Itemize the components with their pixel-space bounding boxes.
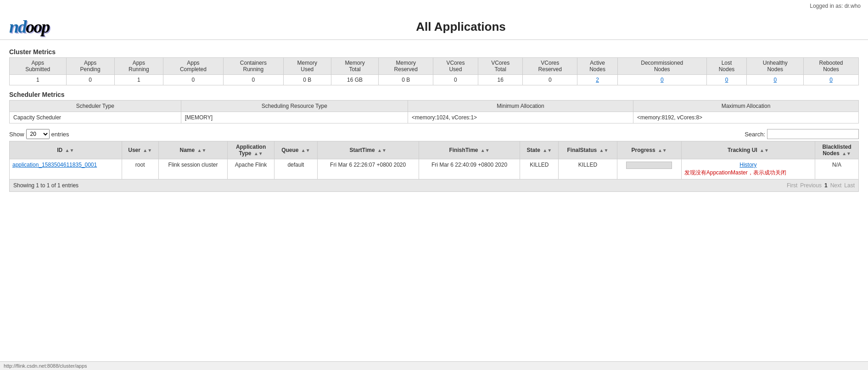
queue-sort-icon: ▲▼ — [301, 148, 310, 153]
starttime-sort-icon: ▲▼ — [377, 148, 386, 153]
app-col-starttime[interactable]: StartTime ▲▼ — [317, 141, 419, 159]
entries-select[interactable]: 10 20 25 50 100 — [26, 129, 50, 139]
finalstatus-sort-icon: ▲▼ — [599, 148, 608, 153]
finishtime-sort-icon: ▲▼ — [481, 148, 490, 153]
col-apps-pending: AppsPending — [66, 58, 114, 75]
scheduler-metrics-title: Scheduler Metrics — [9, 91, 859, 98]
next-button[interactable]: Next — [830, 182, 842, 189]
col-apps-submitted: AppsSubmitted — [10, 58, 67, 75]
app-queue: default — [274, 159, 318, 179]
app-progress — [617, 159, 681, 179]
val-vcores-used: 0 — [433, 75, 478, 85]
app-col-type[interactable]: ApplicationType ▲▼ — [227, 141, 274, 159]
app-col-progress[interactable]: Progress ▲▼ — [617, 141, 681, 159]
app-col-id[interactable]: ID ▲▼ — [10, 141, 122, 159]
search-box: Search: — [745, 129, 859, 139]
type-sort-icon: ▲▼ — [254, 151, 263, 156]
col-apps-running: AppsRunning — [114, 58, 163, 75]
hadoop-logo: ndoop — [9, 17, 49, 37]
pagination-controls: First Previous 1 Next Last — [787, 182, 855, 189]
col-vcores-total: VCoresTotal — [478, 58, 523, 75]
table-row: application_1583504611835_0001 root Flin… — [10, 159, 859, 179]
table-controls: Show 10 20 25 50 100 entries Search: — [9, 129, 859, 139]
app-col-finishtime[interactable]: FinishTime ▲▼ — [419, 141, 520, 159]
col-memory-reserved: MemoryReserved — [379, 58, 433, 75]
app-col-name[interactable]: Name ▲▼ — [158, 141, 227, 159]
cluster-metrics-title: Cluster Metrics — [9, 48, 859, 56]
col-vcores-reserved: VCoresReserved — [523, 58, 577, 75]
app-col-blacklisted[interactable]: BlacklistedNodes ▲▼ — [815, 141, 859, 159]
val-vcores-total: 16 — [478, 75, 523, 85]
val-unhealthy-nodes[interactable]: 0 — [747, 75, 804, 85]
state-sort-icon: ▲▼ — [543, 148, 552, 153]
progress-sort-icon: ▲▼ — [658, 148, 667, 153]
app-state: KILLED — [520, 159, 559, 179]
page-number: 1 — [824, 182, 828, 189]
header: ndoop All Applications — [0, 12, 868, 40]
app-starttime: Fri Mar 6 22:26:07 +0800 2020 — [317, 159, 419, 179]
tracking-link[interactable]: History — [739, 162, 756, 168]
app-id-link[interactable]: application_1583504611835_0001 — [12, 162, 97, 168]
col-unhealthy-nodes: UnhealthyNodes — [747, 58, 804, 75]
val-vcores-reserved: 0 — [523, 75, 577, 85]
col-memory-total: MemoryTotal — [331, 58, 379, 75]
app-col-queue[interactable]: Queue ▲▼ — [274, 141, 318, 159]
sched-val-type: Capacity Scheduler — [10, 112, 181, 123]
val-apps-completed: 0 — [163, 75, 224, 85]
val-lost-nodes[interactable]: 0 — [706, 75, 747, 85]
val-memory-used: 0 B — [283, 75, 331, 85]
previous-button[interactable]: Previous — [800, 182, 822, 189]
search-input[interactable] — [767, 129, 859, 139]
progress-bar-container — [626, 162, 672, 169]
sched-val-resource-type: [MEMORY] — [181, 112, 408, 123]
val-rebooted-nodes[interactable]: 0 — [804, 75, 859, 85]
cluster-metrics-table: AppsSubmitted AppsPending AppsRunning Ap… — [9, 57, 859, 85]
sched-col-min-alloc: Minimum Allocation — [408, 101, 633, 112]
sched-val-min-alloc: <memory:1024, vCores:1> — [408, 112, 633, 123]
app-type: Apache Flink — [227, 159, 274, 179]
app-user: root — [122, 159, 158, 179]
showing-text: Showing 1 to 1 of 1 entries — [13, 182, 78, 189]
app-col-tracking[interactable]: Tracking UI ▲▼ — [681, 141, 815, 159]
col-lost-nodes: LostNodes — [706, 58, 747, 75]
sched-col-type: Scheduler Type — [10, 101, 181, 112]
name-sort-icon: ▲▼ — [197, 148, 207, 153]
entries-label: entries — [51, 131, 69, 138]
show-label: Show — [9, 131, 24, 138]
col-containers-running: ContainersRunning — [223, 58, 283, 75]
blacklisted-sort-icon: ▲▼ — [842, 151, 851, 156]
id-sort-icon: ▲▼ — [65, 148, 74, 153]
main-content: Cluster Metrics AppsSubmitted AppsPendin… — [0, 40, 868, 196]
val-apps-running: 1 — [114, 75, 163, 85]
val-decommissioned-nodes[interactable]: 0 — [617, 75, 706, 85]
app-col-finalstatus[interactable]: FinalStatus ▲▼ — [559, 141, 617, 159]
sched-col-max-alloc: Maximum Allocation — [633, 101, 859, 112]
app-col-user[interactable]: User ▲▼ — [122, 141, 158, 159]
user-sort-icon: ▲▼ — [143, 148, 152, 153]
tracking-sort-icon: ▲▼ — [760, 148, 769, 153]
app-name: Flink session cluster — [158, 159, 227, 179]
val-active-nodes[interactable]: 2 — [577, 75, 618, 85]
logged-in-text: Logged in as: dr.who — [810, 3, 861, 9]
val-memory-total: 16 GB — [331, 75, 379, 85]
search-label: Search: — [745, 131, 765, 138]
show-entries: Show 10 20 25 50 100 entries — [9, 129, 69, 139]
val-apps-pending: 0 — [66, 75, 114, 85]
app-finalstatus: KILLED — [559, 159, 617, 179]
app-note: 发现没有AppcationMaster，表示成功关闭 — [684, 169, 812, 177]
applications-table: ID ▲▼ User ▲▼ Name ▲▼ ApplicationType ▲▼… — [9, 141, 859, 179]
app-finishtime: Fri Mar 6 22:40:09 +0800 2020 — [419, 159, 520, 179]
col-decommissioned-nodes: DecommissionedNodes — [617, 58, 706, 75]
app-tracking[interactable]: History 发现没有AppcationMaster，表示成功关闭 — [681, 159, 815, 179]
app-col-state[interactable]: State ▲▼ — [520, 141, 559, 159]
table-footer: Showing 1 to 1 of 1 entries First Previo… — [9, 179, 859, 192]
app-id[interactable]: application_1583504611835_0001 — [10, 159, 122, 179]
sched-col-resource-type: Scheduling Resource Type — [181, 101, 408, 112]
sched-val-max-alloc: <memory:8192, vCores:8> — [633, 112, 859, 123]
first-button[interactable]: First — [787, 182, 797, 189]
app-blacklisted: N/A — [815, 159, 859, 179]
val-containers-running: 0 — [223, 75, 283, 85]
val-memory-reserved: 0 B — [379, 75, 433, 85]
top-bar: Logged in as: dr.who — [0, 0, 868, 12]
last-button[interactable]: Last — [844, 182, 855, 189]
